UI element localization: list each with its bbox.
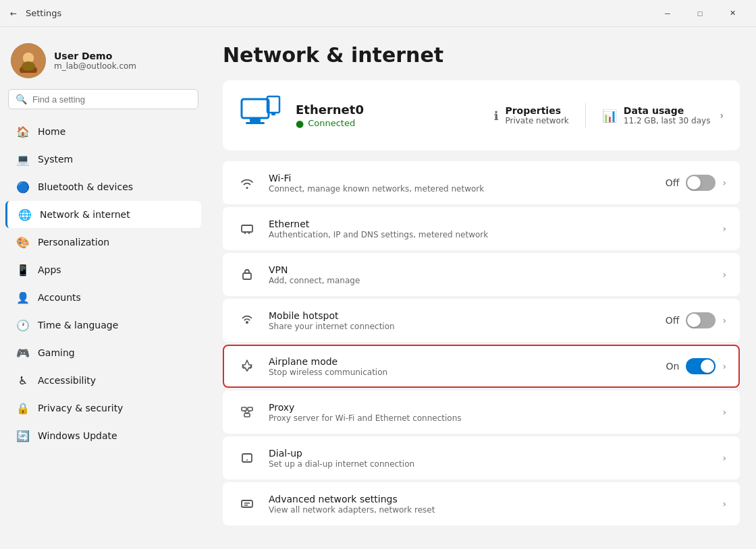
- nav-label-personalization: Personalization: [38, 237, 109, 248]
- sidebar-item-time[interactable]: 🕐 Time & language: [5, 312, 201, 339]
- nav-icon-accounts: 👤: [16, 291, 30, 304]
- proxy-title: Proxy: [269, 402, 711, 413]
- svg-rect-8: [271, 113, 275, 115]
- nav-label-home: Home: [38, 126, 65, 137]
- data-usage-text: Data usage 11.2 GB, last 30 days: [624, 105, 711, 125]
- chevron-icon: ›: [722, 498, 726, 509]
- chevron-icon: ›: [722, 223, 726, 234]
- user-profile[interactable]: User Demo m_lab@outlook.com: [0, 38, 207, 89]
- sidebar-item-accounts[interactable]: 👤 Accounts: [5, 284, 201, 311]
- chevron-icon: ›: [722, 177, 726, 188]
- sidebar-item-home[interactable]: 🏠 Home: [5, 118, 201, 145]
- minimize-button[interactable]: ─: [652, 3, 683, 24]
- titlebar-title: Settings: [26, 8, 61, 18]
- dialup-right: ›: [722, 453, 726, 463]
- data-usage-item[interactable]: 📊 Data usage 11.2 GB, last 30 days ›: [602, 105, 724, 125]
- info-icon: ℹ️: [494, 109, 499, 123]
- sidebar-item-accessibility[interactable]: ♿ Accessibility: [5, 367, 201, 394]
- sidebar-item-apps[interactable]: 📱 Apps: [5, 256, 201, 283]
- wifi-toggle[interactable]: [686, 175, 716, 191]
- search-icon: 🔍: [16, 94, 27, 105]
- advanced-subtitle: View all network adapters, network reset: [269, 505, 711, 515]
- proxy-text: Proxy Proxy server for Wi-Fi and Etherne…: [269, 402, 711, 423]
- properties-item[interactable]: ℹ️ Properties Private network: [494, 105, 569, 125]
- hotspot-toggle-label: Off: [666, 315, 680, 326]
- settings-item-advanced[interactable]: Advanced network settings View all netwo…: [223, 482, 740, 525]
- sidebar-item-personalization[interactable]: 🎨 Personalization: [5, 229, 201, 256]
- status-text: Connected: [308, 118, 355, 128]
- advanced-right: ›: [722, 498, 726, 509]
- search-box[interactable]: 🔍: [8, 89, 198, 109]
- back-button[interactable]: ←: [8, 8, 19, 19]
- svg-rect-5: [250, 118, 261, 122]
- hotspot-toggle-thumb: [687, 314, 701, 327]
- nav-label-gaming: Gaming: [38, 347, 75, 358]
- content-area: Network & internet Ethernet0: [207, 27, 756, 549]
- ethernet-subtitle: Authentication, IP and DNS settings, met…: [269, 230, 711, 239]
- settings-item-ethernet[interactable]: Ethernet Authentication, IP and DNS sett…: [223, 207, 740, 250]
- svg-rect-10: [242, 225, 252, 232]
- settings-item-airplane[interactable]: Airplane mode Stop wireless communicatio…: [223, 345, 740, 388]
- nav-label-accounts: Accounts: [38, 292, 81, 303]
- advanced-title: Advanced network settings: [269, 494, 711, 504]
- nav-icon-update: 🔄: [16, 429, 30, 442]
- titlebar-left: ← Settings: [8, 8, 61, 19]
- maximize-button[interactable]: □: [684, 3, 716, 24]
- hotspot-toggle[interactable]: [686, 312, 716, 328]
- settings-item-dialup[interactable]: Dial-up Set up a dial-up internet connec…: [223, 436, 740, 480]
- svg-point-14: [246, 321, 248, 324]
- settings-item-wifi[interactable]: Wi-Fi Connect, manage known networks, me…: [223, 161, 740, 204]
- airplane-right: On ›: [666, 358, 726, 374]
- nav-icon-apps: 📱: [16, 263, 30, 277]
- proxy-subtitle: Proxy server for Wi-Fi and Ethernet conn…: [269, 413, 711, 423]
- advanced-text: Advanced network settings View all netwo…: [269, 494, 711, 515]
- sidebar-item-network[interactable]: 🌐 Network & internet: [5, 201, 201, 228]
- ethernet-card[interactable]: Ethernet0 ● Connected ℹ️ Properties Priv…: [223, 80, 740, 150]
- sidebar-item-privacy[interactable]: 🔒 Privacy & security: [5, 395, 201, 422]
- hotspot-text: Mobile hotspot Share your internet conne…: [269, 310, 655, 331]
- avatar-inner: [11, 43, 46, 78]
- titlebar: ← Settings ─ □ ✕: [0, 0, 756, 27]
- settings-item-proxy[interactable]: Proxy Proxy server for Wi-Fi and Etherne…: [223, 391, 740, 434]
- nav-icon-personalization: 🎨: [16, 235, 30, 249]
- ethernet-title: Ethernet: [269, 219, 711, 229]
- svg-rect-16: [248, 407, 252, 411]
- dialup-text: Dial-up Set up a dial-up internet connec…: [269, 448, 711, 469]
- sidebar-item-system[interactable]: 💻 System: [5, 146, 201, 173]
- connected-icon: ●: [296, 118, 304, 129]
- vpn-right: ›: [722, 269, 726, 280]
- svg-rect-15: [242, 407, 246, 411]
- svg-rect-4: [242, 99, 269, 118]
- page-title: Network & internet: [223, 43, 740, 67]
- user-name: User Demo: [54, 51, 136, 61]
- airplane-toggle[interactable]: [686, 358, 716, 374]
- search-input[interactable]: [32, 94, 191, 105]
- chevron-icon: ›: [722, 315, 726, 326]
- nav-icon-system: 💻: [16, 152, 30, 166]
- sidebar-item-gaming[interactable]: 🎮 Gaming: [5, 339, 201, 366]
- wifi-right: Off ›: [666, 175, 726, 191]
- nav-label-accessibility: Accessibility: [38, 375, 96, 386]
- ethernet-props: ℹ️ Properties Private network 📊 Data usa…: [494, 103, 724, 127]
- app-body: User Demo m_lab@outlook.com 🔍 🏠 Home 💻 S…: [0, 27, 756, 549]
- ethernet-status: ● Connected: [296, 118, 481, 129]
- wifi-icon: [236, 172, 258, 194]
- chevron-icon: ›: [722, 407, 726, 417]
- sidebar-item-bluetooth[interactable]: 🔵 Bluetooth & devices: [5, 173, 201, 200]
- sidebar-item-update[interactable]: 🔄 Windows Update: [5, 422, 201, 449]
- nav-icon-home: 🏠: [16, 125, 30, 138]
- nav-label-privacy: Privacy & security: [38, 403, 123, 413]
- nav-icon-network: 🌐: [18, 208, 32, 221]
- settings-item-vpn[interactable]: VPN Add, connect, manage ›: [223, 253, 740, 296]
- nav-label-time: Time & language: [38, 320, 118, 330]
- hotspot-subtitle: Share your internet connection: [269, 322, 655, 331]
- properties-label: Properties: [505, 105, 568, 116]
- vpn-subtitle: Add, connect, manage: [269, 276, 711, 285]
- wifi-title: Wi-Fi: [269, 173, 655, 183]
- avatar: [11, 43, 46, 78]
- ethernet-icon: [236, 218, 258, 239]
- vpn-icon: [236, 264, 258, 285]
- settings-item-hotspot[interactable]: Mobile hotspot Share your internet conne…: [223, 299, 740, 342]
- ethernet-info: Ethernet0 ● Connected: [296, 103, 481, 129]
- close-button[interactable]: ✕: [717, 3, 748, 24]
